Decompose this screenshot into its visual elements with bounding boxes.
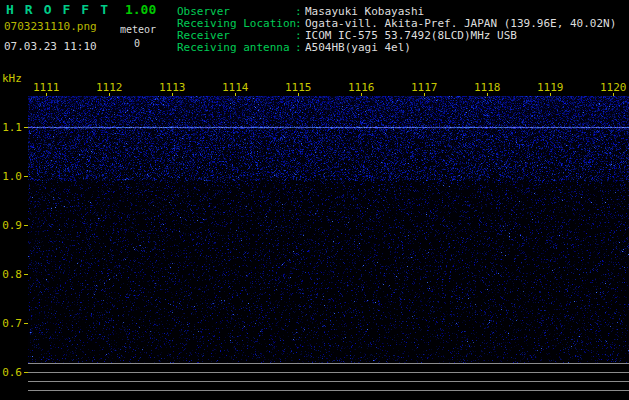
info-row-value: A504HB(yagi 4el) <box>305 42 411 54</box>
meteor-counter-value: 0 <box>134 38 140 49</box>
app-version: 1.00 <box>125 2 156 17</box>
y-tick-label: 1.1 <box>0 121 22 134</box>
app-title: HROFFT1.00 <box>6 2 156 17</box>
y-tick-label: 0.6 <box>0 366 22 379</box>
app-title-letter: F <box>81 2 89 17</box>
meteor-counter-label: meteor <box>120 24 156 35</box>
output-filename: 0703231110.png <box>4 20 97 33</box>
level-graph-line <box>28 390 629 391</box>
app-title-letter: O <box>44 2 52 17</box>
info-row: Receiving antenna:A504HB(yagi 4el) <box>177 42 616 54</box>
datetime-label: 07.03.23 11:10 <box>4 40 97 53</box>
hrofft-screen: HROFFT1.00 0703231110.png meteor 0 07.03… <box>0 0 629 400</box>
spectrogram-canvas <box>28 96 629 363</box>
app-title-letter: F <box>62 2 70 17</box>
app-title-letter: R <box>25 2 33 17</box>
y-tick-label: 0.9 <box>0 219 22 232</box>
station-info-table: Observer:Masayuki Kobayashi Receiving Lo… <box>177 6 616 54</box>
app-title-letter: T <box>100 2 108 17</box>
level-graph-line <box>28 363 629 364</box>
y-axis-unit-label: kHz <box>2 72 22 85</box>
y-tick-label: 0.8 <box>0 268 22 281</box>
y-tick-label: 1.0 <box>0 170 22 183</box>
app-title-letter: H <box>6 2 14 17</box>
level-graph-line <box>28 381 629 382</box>
info-row-separator: : <box>295 42 303 54</box>
level-graph-line <box>28 372 629 373</box>
info-row-label: Receiving antenna <box>177 42 295 54</box>
y-tick-label: 0.7 <box>0 317 22 330</box>
